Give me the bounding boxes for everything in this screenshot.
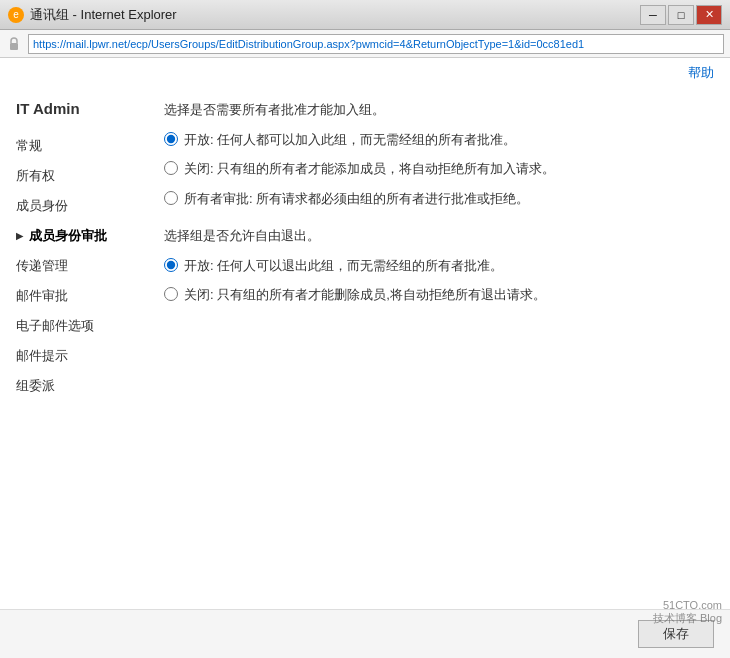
sidebar-item-general[interactable]: 常规 (0, 131, 140, 161)
leave-open-radio[interactable] (164, 258, 178, 272)
close-button[interactable]: ✕ (696, 5, 722, 25)
join-owner-approval-option[interactable]: 所有者审批: 所有请求都必须由组的所有者进行批准或拒绝。 (164, 189, 706, 209)
join-owner-approval-radio[interactable] (164, 191, 178, 205)
join-open-radio[interactable] (164, 132, 178, 146)
sidebar-item-mail-approval[interactable]: 邮件审批 (0, 281, 140, 311)
join-closed-option[interactable]: 关闭: 只有组的所有者才能添加成员，将自动拒绝所有加入请求。 (164, 159, 706, 179)
title-bar-left: e 通讯组 - Internet Explorer (8, 6, 177, 24)
watermark: 51CTO.com 技术博客 Blog (653, 599, 722, 626)
join-open-label: 开放: 任何人都可以加入此组，而无需经组的所有者批准。 (184, 130, 516, 150)
sidebar-item-delivery-management[interactable]: 传递管理 (0, 251, 140, 281)
watermark-line1: 51CTO.com (653, 599, 722, 611)
address-bar (0, 30, 730, 58)
leave-radio-group: 开放: 任何人可以退出此组，而无需经组的所有者批准。 关闭: 只有组的所有者才能… (164, 256, 706, 305)
help-bar: 帮助 (0, 58, 730, 84)
svg-rect-0 (10, 43, 18, 50)
join-radio-group: 开放: 任何人都可以加入此组，而无需经组的所有者批准。 关闭: 只有组的所有者才… (164, 130, 706, 209)
leave-section-label: 选择组是否允许自由退出。 (164, 226, 706, 246)
minimize-button[interactable]: ─ (640, 5, 666, 25)
join-closed-radio[interactable] (164, 161, 178, 175)
sidebar: IT Admin 常规 所有权 成员身份 成员身份审批 传递管理 邮件审批 电子… (0, 84, 140, 609)
title-bar: e 通讯组 - Internet Explorer ─ □ ✕ (0, 0, 730, 30)
window-controls[interactable]: ─ □ ✕ (640, 5, 722, 25)
sidebar-item-member-approval[interactable]: 成员身份审批 (0, 221, 140, 251)
watermark-line2: 技术博客 Blog (653, 611, 722, 626)
help-link[interactable]: 帮助 (688, 64, 714, 82)
sidebar-item-delegation[interactable]: 组委派 (0, 371, 140, 401)
sidebar-item-membership[interactable]: 成员身份 (0, 191, 140, 221)
ie-icon: e (8, 7, 24, 23)
window-content: 帮助 IT Admin 常规 所有权 成员身份 成员身份审批 传递管理 邮件审批 (0, 58, 730, 658)
url-input[interactable] (28, 34, 724, 54)
maximize-button[interactable]: □ (668, 5, 694, 25)
join-owner-approval-label: 所有者审批: 所有请求都必须由组的所有者进行批准或拒绝。 (184, 189, 529, 209)
join-closed-label: 关闭: 只有组的所有者才能添加成员，将自动拒绝所有加入请求。 (184, 159, 555, 179)
leave-open-option[interactable]: 开放: 任何人可以退出此组，而无需经组的所有者批准。 (164, 256, 706, 276)
leave-open-label: 开放: 任何人可以退出此组，而无需经组的所有者批准。 (184, 256, 503, 276)
lock-icon (6, 36, 22, 52)
sidebar-item-email-options[interactable]: 电子邮件选项 (0, 311, 140, 341)
join-section-label: 选择是否需要所有者批准才能加入组。 (164, 100, 706, 120)
join-open-option[interactable]: 开放: 任何人都可以加入此组，而无需经组的所有者批准。 (164, 130, 706, 150)
leave-closed-label: 关闭: 只有组的所有者才能删除成员,将自动拒绝所有退出请求。 (184, 285, 546, 305)
sidebar-item-mail-tips[interactable]: 邮件提示 (0, 341, 140, 371)
window-title: 通讯组 - Internet Explorer (30, 6, 177, 24)
bottom-bar: 保存 (0, 609, 730, 658)
body-layout: IT Admin 常规 所有权 成员身份 成员身份审批 传递管理 邮件审批 电子… (0, 84, 730, 609)
sidebar-item-permissions[interactable]: 所有权 (0, 161, 140, 191)
leave-closed-option[interactable]: 关闭: 只有组的所有者才能删除成员,将自动拒绝所有退出请求。 (164, 285, 706, 305)
sidebar-title: IT Admin (0, 94, 140, 131)
main-panel: 选择是否需要所有者批准才能加入组。 开放: 任何人都可以加入此组，而无需经组的所… (140, 84, 730, 609)
leave-closed-radio[interactable] (164, 287, 178, 301)
